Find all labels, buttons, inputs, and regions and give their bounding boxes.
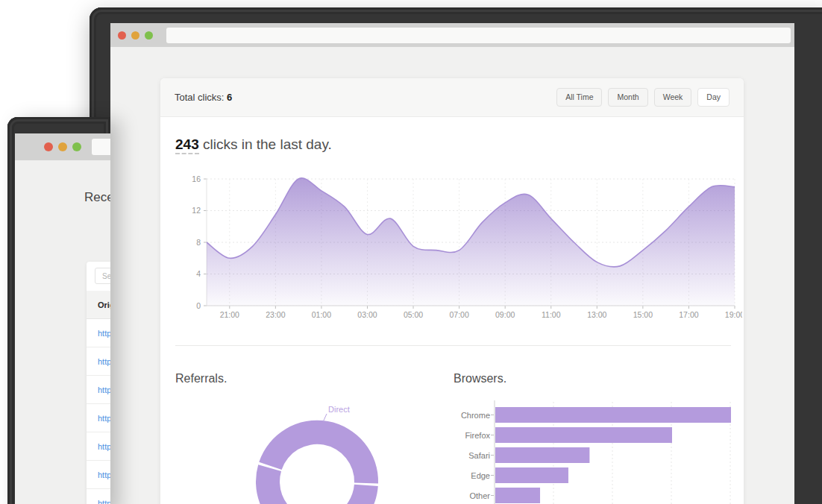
clicks-area-chart: 048121621:0023:0001:0003:0005:0007:0009:… xyxy=(175,168,742,326)
table-row[interactable]: https: xyxy=(87,432,110,461)
range-button-week[interactable]: Week xyxy=(654,88,692,107)
svg-text:Other: Other xyxy=(469,491,490,500)
close-window-icon[interactable] xyxy=(44,142,53,151)
referrals-donut-chart: Direct xyxy=(254,399,388,504)
svg-text:Chrome: Chrome xyxy=(461,411,490,420)
clicks-headline: 243 clicks in the last day. xyxy=(175,136,332,153)
recent-links-title: Recen xyxy=(84,190,110,205)
search-input[interactable] xyxy=(95,268,110,284)
minimize-window-icon[interactable] xyxy=(131,31,139,40)
svg-text:4: 4 xyxy=(196,269,201,278)
table-row[interactable]: https: xyxy=(87,404,110,432)
analytics-card: Total clicks: 6 All TimeMonthWeekDay 243… xyxy=(160,78,744,504)
browsers-bar-chart: ChromeFirefoxSafariEdgeOther xyxy=(444,391,742,504)
svg-text:Edge: Edge xyxy=(471,471,490,480)
clicks-headline-text: clicks in the last day. xyxy=(199,136,332,152)
table-column-header: Origi xyxy=(87,291,110,319)
address-bar[interactable] xyxy=(166,28,791,43)
analytics-browser-toolbar xyxy=(110,23,794,47)
analytics-window-body: Total clicks: 6 All TimeMonthWeekDay 243… xyxy=(110,23,794,504)
table-row[interactable]: https: xyxy=(87,319,110,347)
analytics-browser-window: Total clicks: 6 All TimeMonthWeekDay 243… xyxy=(90,7,822,504)
total-clicks-stat: Total clicks: 6 xyxy=(175,92,232,103)
svg-text:01:00: 01:00 xyxy=(312,310,331,319)
range-button-month[interactable]: Month xyxy=(608,88,647,107)
desktop: { "colors": { "accent_purple": "#b49bdd"… xyxy=(0,0,822,504)
recent-links-browser-window: Recen Origi https:https:https:https:http… xyxy=(7,117,110,504)
section-divider xyxy=(175,345,731,346)
address-bar[interactable] xyxy=(92,139,110,155)
range-button-all-time[interactable]: All Time xyxy=(556,88,602,107)
range-button-day[interactable]: Day xyxy=(697,88,730,107)
svg-text:03:00: 03:00 xyxy=(357,310,377,319)
analytics-card-header: Total clicks: 6 All TimeMonthWeekDay xyxy=(160,78,744,117)
recent-links-window-body: Recen Origi https:https:https:https:http… xyxy=(15,133,110,504)
svg-text:Firefox: Firefox xyxy=(465,431,490,440)
svg-text:13:00: 13:00 xyxy=(587,310,606,319)
svg-text:15:00: 15:00 xyxy=(633,310,653,319)
clicks-count: 243 xyxy=(175,136,199,154)
svg-text:11:00: 11:00 xyxy=(542,310,561,319)
recent-links-page: Recen Origi https:https:https:https:http… xyxy=(15,160,110,504)
maximize-window-icon[interactable] xyxy=(72,142,81,151)
total-clicks-label: Total clicks: xyxy=(175,92,224,103)
browsers-section-title: Browsers. xyxy=(454,372,506,385)
svg-text:21:00: 21:00 xyxy=(220,310,239,319)
svg-text:07:00: 07:00 xyxy=(449,310,468,319)
svg-text:05:00: 05:00 xyxy=(404,310,423,319)
svg-text:0: 0 xyxy=(196,301,201,310)
table-row[interactable]: https: xyxy=(87,489,110,504)
close-window-icon[interactable] xyxy=(118,31,126,40)
recent-links-browser-toolbar xyxy=(15,133,110,160)
svg-text:17:00: 17:00 xyxy=(679,310,698,319)
maximize-window-icon[interactable] xyxy=(145,31,153,40)
svg-text:Direct: Direct xyxy=(328,405,350,414)
table-row[interactable]: https: xyxy=(87,461,110,489)
svg-text:16: 16 xyxy=(192,174,201,183)
svg-text:19:00: 19:00 xyxy=(725,310,742,319)
table-row[interactable]: https: xyxy=(87,347,110,376)
svg-text:8: 8 xyxy=(196,238,201,247)
links-table: https:https:https:https:https:https:http… xyxy=(87,319,110,504)
date-range-buttons: All TimeMonthWeekDay xyxy=(556,88,730,107)
svg-text:12: 12 xyxy=(192,206,201,215)
recent-links-card: Origi https:https:https:https:https:http… xyxy=(87,262,110,504)
referrals-section-title: Referrals. xyxy=(175,372,227,385)
svg-text:23:00: 23:00 xyxy=(266,310,285,319)
table-row[interactable]: https: xyxy=(87,376,110,404)
svg-text:Safari: Safari xyxy=(468,451,490,460)
minimize-window-icon[interactable] xyxy=(58,142,67,151)
analytics-page: Total clicks: 6 All TimeMonthWeekDay 243… xyxy=(110,47,794,504)
total-clicks-value: 6 xyxy=(227,92,232,103)
svg-text:09:00: 09:00 xyxy=(495,310,515,319)
